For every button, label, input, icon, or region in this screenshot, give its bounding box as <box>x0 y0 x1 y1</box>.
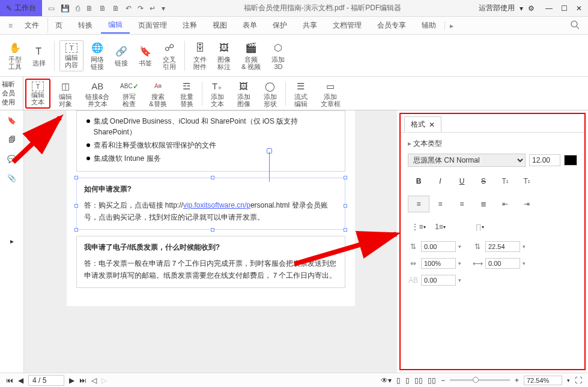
ribbon-bookmark[interactable]: 🔖书签 <box>135 44 156 68</box>
menu-file[interactable]: 文件 <box>17 18 46 33</box>
menu-hamburger-icon[interactable]: ≡ <box>5 22 16 30</box>
scale-input[interactable] <box>421 258 456 269</box>
numbered-list-button[interactable]: 1≡▾ <box>429 218 451 235</box>
menu-member[interactable]: 会员专享 <box>370 18 413 33</box>
subribbon-add-image[interactable]: 🖼添加 图像 <box>232 78 255 109</box>
q1-link[interactable]: vip.foxitsoftware.cn/p <box>183 201 250 209</box>
rotation-input[interactable] <box>421 275 456 286</box>
subribbon-batch-replace[interactable]: ☲批量 替换 <box>175 78 198 109</box>
left-expand-icon[interactable]: ▸ <box>10 237 14 245</box>
paragraph-spacing-button[interactable]: ∏▾ <box>469 218 491 235</box>
subribbon-spellcheck[interactable]: ABC✓拼写 检查 <box>118 78 141 109</box>
dropdown-icon[interactable]: ▾ <box>162 4 165 13</box>
document-viewport[interactable]: 集成 OneDrive Business、iCloud 和 SharePoint… <box>24 110 397 373</box>
font-size-input[interactable] <box>529 154 560 166</box>
comments-panel-icon[interactable]: 💬 <box>7 155 16 163</box>
menu-edit[interactable]: 编辑 <box>101 17 130 34</box>
menu-share[interactable]: 共享 <box>296 18 324 33</box>
right-collapse-icon[interactable]: ▸ <box>360 235 369 248</box>
redo-icon[interactable]: ↷ <box>138 4 144 13</box>
view-mode-icon[interactable]: 👁▾ <box>381 376 392 385</box>
doc3-icon[interactable]: 🗎 <box>112 4 120 13</box>
subribbon-search-replace[interactable]: AB搜索 &替换 <box>144 78 171 109</box>
single-page-icon[interactable]: ▯ <box>396 376 401 385</box>
align-justify-button[interactable]: ≣ <box>473 196 494 212</box>
baseline-input[interactable] <box>485 258 520 269</box>
font-select[interactable]: 思源黑体 CN Normal <box>408 154 526 167</box>
qa-box-1[interactable]: 如何申请发票? 答：购买之后，点击链接 http://vip.foxitsoft… <box>76 178 345 230</box>
nav-fwd-icon[interactable]: ▷ <box>102 376 107 385</box>
hand-pointer-icon[interactable]: ↵ <box>150 4 156 13</box>
pages-panel-icon[interactable]: 🗐 <box>8 136 16 144</box>
ribbon-link[interactable]: 🔗链接 <box>111 44 132 68</box>
undo-icon[interactable]: ↶ <box>126 4 132 13</box>
align-center-button[interactable]: ≡ <box>429 196 451 212</box>
save-icon[interactable]: 💾 <box>61 4 70 13</box>
ribbon-weblink[interactable]: 🌐网络 链接 <box>87 40 108 71</box>
subscript-button[interactable]: T1 <box>516 173 538 190</box>
attachments-panel-icon[interactable]: 📎 <box>7 174 16 182</box>
subribbon-add-text[interactable]: T₊添加 文本 <box>206 78 229 109</box>
open-icon[interactable]: ▭ <box>48 4 55 13</box>
menu-more-icon[interactable]: ▸ <box>444 22 458 30</box>
zoom-out-icon[interactable]: − <box>441 376 445 385</box>
first-page-icon[interactable]: ⏮ <box>6 376 13 385</box>
bullet-list-button[interactable]: ⋮≡▾ <box>408 218 429 235</box>
sub-tab-label[interactable]: 福昕会员使用 <box>0 77 23 110</box>
continuous-facing-icon[interactable]: ▯▯ <box>428 376 436 385</box>
maximize-icon[interactable]: ☐ <box>561 4 568 13</box>
zoom-slider[interactable] <box>450 379 510 381</box>
zoom-input[interactable] <box>524 376 562 385</box>
ribbon-hand-tool[interactable]: ✋手型 工具 <box>5 40 25 71</box>
menu-view[interactable]: 视图 <box>205 18 234 33</box>
align-right-button[interactable]: ≡ <box>451 196 473 212</box>
ribbon-attachment[interactable]: 🗄文件 附件 <box>190 40 210 71</box>
bold-button[interactable]: B <box>408 173 429 190</box>
minimize-icon[interactable]: — <box>545 4 553 13</box>
last-page-icon[interactable]: ⏭ <box>79 376 86 385</box>
nav-back-icon[interactable]: ◁ <box>91 376 97 385</box>
font-color-swatch[interactable] <box>564 155 577 166</box>
format-tab[interactable]: 格式✕ <box>404 116 441 132</box>
search-icon[interactable] <box>562 20 588 31</box>
zoom-in-icon[interactable]: + <box>515 376 519 385</box>
continuous-icon[interactable]: ▯ <box>405 376 410 385</box>
indent-increase-button[interactable]: ⇥ <box>516 196 538 212</box>
ribbon-select[interactable]: Ꭲ选择 <box>29 44 49 68</box>
align-left-button[interactable]: ≡ <box>408 196 429 212</box>
superscript-button[interactable]: T1 <box>494 173 516 190</box>
menu-page[interactable]: 页 <box>47 18 70 33</box>
underline-button[interactable]: U <box>451 173 473 190</box>
subribbon-flow-edit[interactable]: ☰流式 编辑 <box>289 78 312 109</box>
menu-form[interactable]: 表单 <box>235 18 264 33</box>
close-icon[interactable]: ✕ <box>576 4 582 13</box>
facing-icon[interactable]: ▯▯ <box>414 376 423 385</box>
indent-decrease-button[interactable]: ⇤ <box>494 196 516 212</box>
prev-page-icon[interactable]: ◀ <box>18 376 23 385</box>
subribbon-add-frame[interactable]: ▭添加 文章框 <box>316 78 345 109</box>
settings-icon[interactable]: ⚙ <box>528 4 535 13</box>
print-icon[interactable]: ⎙ <box>76 4 80 13</box>
menu-protect[interactable]: 保护 <box>265 18 294 33</box>
subribbon-edit-text[interactable]: T编辑 文本 <box>25 79 50 109</box>
italic-button[interactable]: I <box>429 173 451 190</box>
fullscreen-icon[interactable]: ⛶ <box>575 376 582 385</box>
subribbon-link-merge[interactable]: AB链接&合 并文本 <box>80 78 114 109</box>
subribbon-edit-object[interactable]: ◫编辑 对象 <box>54 78 77 109</box>
ribbon-3d[interactable]: ⬡添加 3D <box>268 40 288 71</box>
page-input[interactable] <box>28 375 64 386</box>
line-height-input[interactable] <box>485 241 520 252</box>
menu-docmgmt[interactable]: 文档管理 <box>326 18 369 33</box>
menu-annotate[interactable]: 注释 <box>175 18 204 33</box>
bookmark-panel-icon[interactable]: 🔖 <box>7 116 16 125</box>
doc1-icon[interactable]: 🗎 <box>86 4 93 13</box>
ribbon-crossref[interactable]: ☍交叉 引用 <box>159 40 180 71</box>
ribbon-image-annot[interactable]: 🖼图像 标注 <box>214 40 234 71</box>
subribbon-add-shape[interactable]: ◯添加 形状 <box>259 78 282 109</box>
char-spacing-input[interactable] <box>421 241 456 252</box>
menu-accessibility[interactable]: 辅助 <box>414 18 443 33</box>
ribbon-edit-content[interactable]: T编辑 内容 <box>59 40 83 71</box>
menu-convert[interactable]: 转换 <box>71 18 100 33</box>
ribbon-av[interactable]: 🎬音频 & 视频 <box>238 40 264 71</box>
workspace-button[interactable]: ✎ 工作台 <box>0 0 42 16</box>
